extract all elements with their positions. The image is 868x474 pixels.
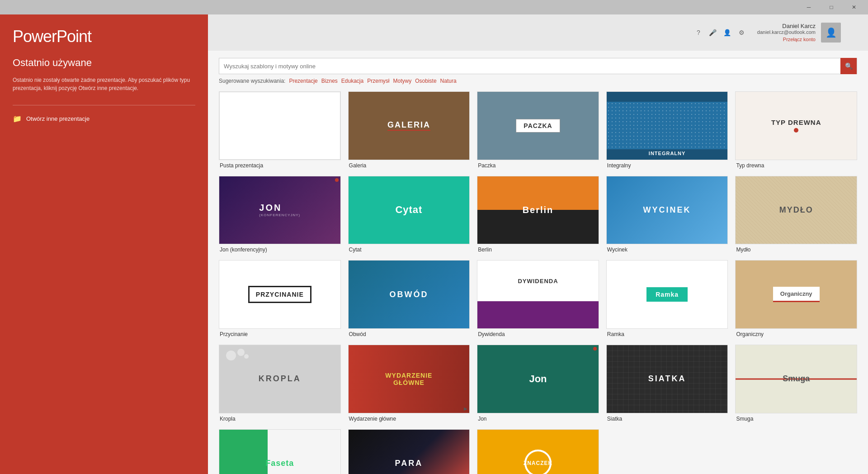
suggestion-prezentacje[interactable]: Prezentacje — [289, 78, 317, 84]
template-para[interactable]: PARA Para — [348, 429, 470, 474]
template-thumb-ramka: Ramka — [606, 260, 728, 329]
template-berlin[interactable]: Berlin Berlin — [477, 176, 599, 253]
search-button[interactable]: 🔍 — [840, 58, 857, 74]
suggestion-edukacja[interactable]: Edukacja — [341, 78, 363, 84]
template-thumb-berlin: Berlin — [477, 176, 599, 245]
template-thumb-typ-drewna: TYP DREWNA — [735, 91, 857, 160]
template-dywidenda[interactable]: DYWIDENDA Dywidenda — [477, 260, 599, 337]
suggestions-label: Sugerowane wyszukiwania: — [219, 78, 285, 84]
suggestion-przemysl[interactable]: Przemysł — [367, 78, 389, 84]
template-typ-drewna[interactable]: TYP DREWNA Typ drewna — [735, 91, 857, 169]
template-obwod[interactable]: OBWÓD Obwód — [348, 260, 470, 337]
template-znaczek[interactable]: ZNACZEK Znaczek — [477, 429, 599, 474]
app-logo: PowerPoint — [13, 27, 195, 46]
sidebar-divider — [13, 105, 195, 105]
template-jon2[interactable]: Jon Jon — [477, 345, 599, 422]
template-label-dywidenda: Dywidenda — [477, 331, 599, 337]
switch-account-link[interactable]: Przełącz konto — [783, 37, 816, 42]
template-paczka[interactable]: PACZKA Paczka — [477, 91, 599, 169]
title-bar: ─ □ ✕ — [0, 0, 868, 14]
template-thumb-faseta: Faseta — [219, 429, 341, 474]
template-wydarzenie[interactable]: WYDARZENIEGŁÓWNE ▶ Wydarzenie główne — [348, 345, 470, 422]
template-ramka[interactable]: Ramka Ramka — [606, 260, 728, 337]
template-label-wydarzenie: Wydarzenie główne — [348, 416, 470, 422]
template-thumb-dywidenda: DYWIDENDA — [477, 260, 599, 329]
template-thumb-siatka: SIATKA — [606, 345, 728, 413]
template-label-kropla: Kropla — [219, 416, 341, 422]
user-info: Daniel Karcz daniel.karcz@outlook.com Pr… — [757, 23, 816, 43]
template-label-integralny: Integralny — [606, 162, 728, 169]
template-label-berlin: Berlin — [477, 246, 599, 253]
templates-grid: Pusta prezentacja GALERIA Galeria PACZKA… — [219, 91, 857, 474]
template-thumb-organiczny: Organiczny — [735, 260, 857, 329]
template-mydlo[interactable]: MYDŁO Mydło — [735, 176, 857, 253]
template-siatka[interactable]: SIATKA Siatka — [606, 345, 728, 422]
template-kropla[interactable]: KROPLA Kropla — [219, 345, 341, 422]
settings-icon[interactable]: ⚙ — [736, 26, 748, 39]
template-integralny[interactable]: INTEGRALNY Integralny — [606, 91, 728, 169]
person-icon[interactable]: 👤 — [721, 26, 734, 39]
template-label-obwod: Obwód — [348, 331, 470, 337]
template-thumb-integralny: INTEGRALNY — [606, 91, 728, 160]
search-area: 🔍 Sugerowane wyszukiwania: Prezentacje B… — [208, 51, 868, 88]
template-cytat[interactable]: Cytat Cytat — [348, 176, 470, 253]
maximize-button[interactable]: □ — [821, 0, 842, 14]
microphone-button[interactable]: 🎤 — [707, 26, 719, 39]
main-container: PowerPoint Ostatnio używane Ostatnio nie… — [0, 14, 868, 474]
suggestion-motywy[interactable]: Motywy — [393, 78, 412, 84]
template-label-organiczny: Organiczny — [735, 331, 857, 337]
template-thumb-mydlo: MYDŁO — [735, 176, 857, 245]
template-organiczny[interactable]: Organiczny Organiczny — [735, 260, 857, 337]
template-thumb-obwod: OBWÓD — [348, 260, 470, 329]
help-icons: ? 🎤 👤 ⚙ — [692, 26, 748, 39]
user-name: Daniel Karcz — [757, 23, 816, 29]
template-label-jon2: Jon — [477, 416, 599, 422]
template-label-smuga: Smuga — [735, 416, 857, 422]
template-label-cytat: Cytat — [348, 246, 470, 253]
template-label-przycinanie: Przycinanie — [219, 331, 341, 337]
suggestions-row: Sugerowane wyszukiwania: Prezentacje Biz… — [219, 78, 857, 84]
template-label-galeria: Galeria — [348, 162, 470, 169]
template-pusta[interactable]: Pusta prezentacja — [219, 91, 341, 169]
suggestion-osobiste[interactable]: Osobiste — [415, 78, 436, 84]
template-thumb-galeria: GALERIA — [348, 91, 470, 160]
folder-icon: 📁 — [13, 114, 22, 123]
user-header: ? 🎤 👤 ⚙ Daniel Karcz daniel.karcz@outloo… — [208, 14, 868, 51]
template-smuga[interactable]: Smuga Smuga — [735, 345, 857, 422]
template-label-siatka: Siatka — [606, 416, 728, 422]
sidebar: PowerPoint Ostatnio używane Ostatnio nie… — [0, 14, 208, 474]
template-thumb-jon2: Jon — [477, 345, 599, 413]
template-thumb-pusta — [219, 91, 341, 160]
template-label-mydlo: Mydło — [735, 246, 857, 253]
search-bar: 🔍 — [219, 58, 857, 74]
close-button[interactable]: ✕ — [844, 0, 864, 14]
template-przycinanie[interactable]: PRZYCINANIE Przycinanie — [219, 260, 341, 337]
template-label-paczka: Paczka — [477, 162, 599, 169]
template-thumb-wycinek: WYCINEK — [606, 176, 728, 245]
template-label-pusta: Pusta prezentacja — [219, 162, 341, 169]
templates-container: Pusta prezentacja GALERIA Galeria PACZKA… — [208, 88, 868, 474]
help-button[interactable]: ? — [692, 26, 705, 39]
template-thumb-kropla: KROPLA — [219, 345, 341, 413]
template-wycinek[interactable]: WYCINEK Wycinek — [606, 176, 728, 253]
template-faseta[interactable]: Faseta Faseta — [219, 429, 341, 474]
sidebar-desc: Ostatnio nie zostały otwarte żadne preze… — [13, 76, 195, 92]
open-presentations-button[interactable]: 📁 Otwórz inne prezentacje — [13, 113, 195, 125]
template-thumb-wydarzenie: WYDARZENIEGŁÓWNE ▶ — [348, 345, 470, 413]
template-label-typ-drewna: Typ drewna — [735, 162, 857, 169]
template-label-jon-konf: Jon (konferencyjny) — [219, 246, 341, 253]
suggestion-biznes[interactable]: Biznes — [321, 78, 338, 84]
avatar: 👤 — [821, 23, 841, 43]
template-thumb-cytat: Cytat — [348, 176, 470, 245]
suggestion-natura[interactable]: Natura — [440, 78, 457, 84]
template-label-wycinek: Wycinek — [606, 246, 728, 253]
template-label-ramka: Ramka — [606, 331, 728, 337]
template-jon-konf[interactable]: JON (KONFERENCYJNY) Jon (konferencyjny) — [219, 176, 341, 253]
template-thumb-para: PARA — [348, 429, 470, 474]
search-input[interactable] — [219, 63, 840, 70]
template-thumb-przycinanie: PRZYCINANIE — [219, 260, 341, 329]
content-area: ? 🎤 👤 ⚙ Daniel Karcz daniel.karcz@outloo… — [208, 14, 868, 474]
template-galeria[interactable]: GALERIA Galeria — [348, 91, 470, 169]
template-thumb-paczka: PACZKA — [477, 91, 599, 160]
minimize-button[interactable]: ─ — [798, 0, 819, 14]
